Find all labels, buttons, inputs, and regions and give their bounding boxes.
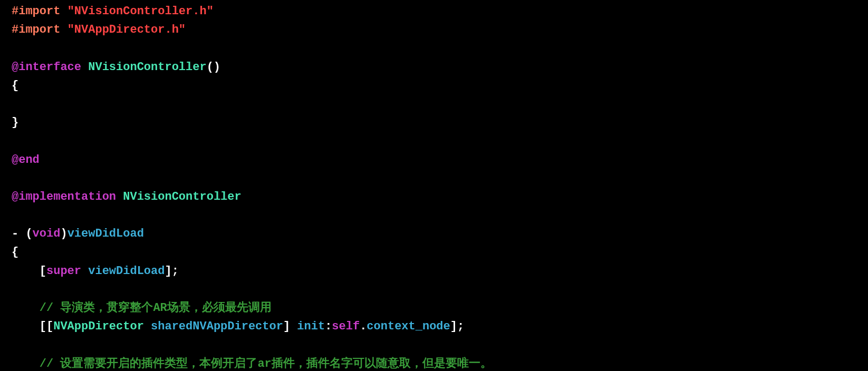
code-line[interactable]: @implementation NVisionController (12, 188, 868, 206)
punct-token: : (325, 320, 332, 333)
keyword-token: self (332, 320, 360, 333)
string-token: "NVisionController.h" (67, 5, 214, 18)
brace-token: { (12, 79, 18, 92)
preproc-token: #import (12, 5, 60, 18)
property-token: context_node (367, 320, 450, 333)
type-token: NVisionController (81, 61, 207, 74)
keyword-token: @interface (12, 61, 81, 74)
code-line[interactable] (12, 206, 868, 224)
method-token: viewDidLoad (88, 265, 165, 278)
brace-token: } (12, 116, 18, 129)
punct-token: [ (40, 265, 46, 278)
punct-token: ) (60, 227, 67, 240)
method-token: init (297, 320, 325, 333)
brace-token: { (12, 246, 18, 259)
code-line[interactable] (12, 280, 868, 299)
type-token: NVAppDirector (53, 320, 144, 333)
method-token: viewDidLoad (67, 227, 144, 240)
code-line[interactable]: @end (12, 151, 868, 169)
string-token: "NVAppDirector.h" (67, 23, 186, 36)
punct-token: ] (283, 320, 297, 333)
code-line[interactable]: [[NVAppDirector sharedNVAppDirector] ini… (12, 317, 868, 336)
code-line[interactable]: { (12, 76, 868, 95)
comment-token: // 设置需要开启的插件类型，本例开启了ar插件，插件名字可以随意取，但是要唯一… (40, 357, 492, 370)
keyword-token: @implementation (12, 190, 116, 203)
code-line[interactable] (12, 336, 868, 354)
code-editor[interactable]: #import "NVisionController.h" #import "N… (0, 0, 868, 371)
code-line[interactable]: { (12, 243, 868, 261)
type-token: NVisionController (116, 190, 242, 203)
code-line[interactable]: #import "NVisionController.h" (12, 2, 868, 21)
code-line[interactable] (12, 132, 868, 150)
comment-token: // 导演类，贯穿整个AR场景，必须最先调用 (40, 301, 272, 315)
punct-token: () (207, 61, 220, 74)
method-token: sharedNVAppDirector (151, 320, 283, 333)
code-line[interactable]: [super viewDidLoad]; (12, 262, 868, 280)
code-line[interactable]: // 设置需要开启的插件类型，本例开启了ar插件，插件名字可以随意取，但是要唯一… (12, 355, 868, 371)
code-line[interactable]: // 导演类，贯穿整个AR场景，必须最先调用 (12, 299, 868, 317)
punct-token: ( (25, 227, 32, 240)
code-line[interactable]: @interface NVisionController() (12, 58, 868, 76)
keyword-token: void (33, 227, 61, 240)
punct-token: - (12, 227, 25, 240)
code-line[interactable] (12, 95, 868, 113)
punct-token: ]; (165, 265, 178, 278)
punct-token: . (360, 320, 367, 333)
punct-token: [[ (40, 320, 53, 333)
code-line[interactable] (12, 169, 868, 188)
punct-token: ]; (450, 320, 464, 333)
code-line[interactable]: } (12, 113, 868, 132)
keyword-token: @end (12, 153, 40, 167)
keyword-token: super (46, 265, 81, 278)
code-line[interactable]: #import "NVAppDirector.h" (12, 21, 868, 39)
code-line[interactable]: - (void)viewDidLoad (12, 224, 868, 243)
preproc-token: #import (12, 23, 60, 36)
code-line[interactable] (12, 39, 868, 57)
